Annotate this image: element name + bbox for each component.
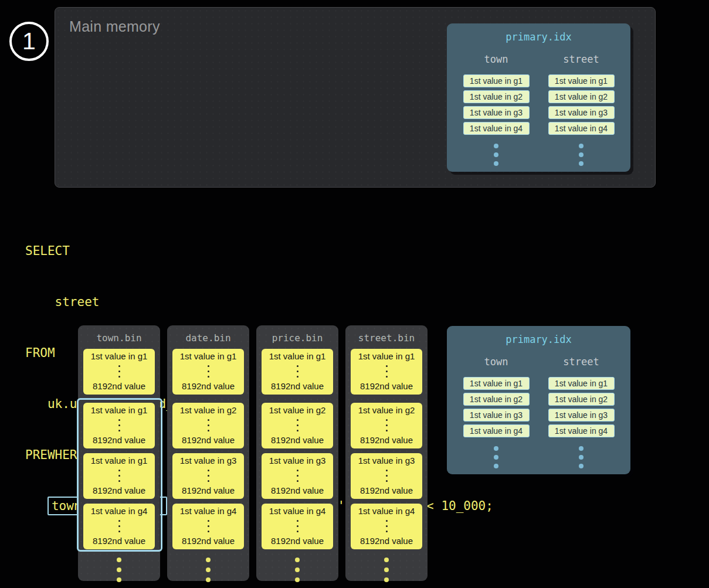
granule-first-value: 1st value in g2	[269, 405, 326, 415]
granule-first-value: 1st value in g1	[358, 351, 415, 361]
primary-idx-title: primary.idx	[447, 31, 630, 43]
granule-last-value: 8192nd value	[271, 485, 324, 495]
step-1-badge: 1	[9, 22, 49, 61]
granule-first-value: 1st value in g1	[269, 351, 326, 361]
sql-line: SELECT	[25, 243, 493, 260]
granule-block: 1st value in g4 8192nd value	[262, 504, 333, 549]
ellipsis-dots-icon	[208, 365, 209, 378]
step-1-number: 1	[22, 28, 36, 55]
ellipsis-dots-icon	[579, 446, 584, 468]
ellipsis-dots-icon	[118, 470, 120, 482]
granule-last-value: 8192nd value	[182, 435, 235, 445]
granule-block: 1st value in g1 8192nd value	[172, 349, 244, 395]
idx-cell: 1st value in g1	[548, 74, 615, 87]
sql-line: street	[25, 294, 493, 311]
ellipsis-dots-icon	[208, 520, 209, 532]
ellipsis-dots-icon	[208, 470, 209, 482]
granule-block: 1st value in g1 8192nd value	[262, 349, 333, 395]
granule-stack: 1st value in g1 8192nd value 1st value i…	[167, 349, 249, 582]
idx-cell: 1st value in g3	[463, 409, 530, 422]
ellipsis-dots-icon	[297, 365, 298, 378]
primary-idx-columns: town 1st value in g1 1st value in g2 1st…	[447, 356, 630, 468]
ellipsis-dots-icon	[295, 558, 300, 582]
ellipsis-dots-icon	[118, 419, 120, 431]
ellipsis-dots-icon	[297, 419, 298, 431]
idx-cell: 1st value in g1	[463, 74, 530, 87]
granule-first-value: 1st value in g1	[91, 456, 148, 465]
bin-title-street: street.bin	[345, 332, 428, 344]
granule-first-value: 1st value in g4	[180, 506, 237, 516]
bin-card-town: town.bin 1st value in g1 8192nd value 1s…	[78, 325, 160, 581]
granule-block: 1st value in g4 8192nd value	[351, 504, 422, 549]
granule-block: 1st value in g4 8192nd value	[172, 504, 244, 549]
idx-cell: 1st value in g4	[463, 424, 530, 437]
bin-title-price: price.bin	[256, 332, 338, 344]
granule-block: 1st value in g1 8192nd value	[351, 349, 422, 395]
granule-first-value: 1st value in g1	[91, 351, 148, 361]
granule-last-value: 8192nd value	[360, 485, 413, 495]
granule-block: 1st value in g2 8192nd value	[262, 403, 333, 448]
idx-cell: 1st value in g4	[548, 122, 615, 135]
main-memory-label: Main memory	[69, 18, 160, 35]
bin-title-town: town.bin	[78, 332, 160, 344]
idx-cell: 1st value in g2	[463, 393, 530, 406]
idx-cell: 1st value in g3	[463, 106, 530, 119]
ellipsis-dots-icon	[386, 520, 388, 532]
granule-last-value: 8192nd value	[93, 435, 145, 445]
ellipsis-dots-icon	[297, 520, 298, 532]
sql-indent	[25, 499, 48, 513]
ellipsis-dots-icon	[386, 419, 388, 431]
granule-last-value: 8192nd value	[271, 536, 324, 546]
ellipsis-dots-icon	[208, 419, 209, 431]
granule-first-value: 1st value in g3	[180, 456, 237, 465]
granule-last-value: 8192nd value	[271, 381, 324, 391]
idx-cell: 1st value in g4	[463, 122, 530, 135]
granule-first-value: 1st value in g4	[269, 506, 326, 516]
granule-block: 1st value in g1 8192nd value	[83, 453, 155, 499]
granule-last-value: 8192nd value	[93, 485, 145, 495]
granule-stack: 1st value in g1 8192nd value 1st value i…	[256, 349, 338, 582]
ellipsis-dots-icon	[297, 470, 298, 482]
bin-card-date: date.bin 1st value in g1 8192nd value 1s…	[167, 325, 249, 581]
idx-column-street: street 1st value in g1 1st value in g2 1…	[547, 53, 616, 166]
idx-cell: 1st value in g2	[548, 90, 615, 103]
granule-last-value: 8192nd value	[360, 536, 413, 546]
idx-column-town: town 1st value in g1 1st value in g2 1st…	[462, 53, 531, 166]
idx-column-town-header: town	[484, 356, 508, 368]
granule-last-value: 8192nd value	[182, 485, 235, 495]
granule-last-value: 8192nd value	[360, 381, 413, 391]
bin-title-date: date.bin	[167, 332, 249, 344]
granule-last-value: 8192nd value	[93, 536, 145, 546]
granule-last-value: 8192nd value	[182, 536, 235, 546]
granule-block: 1st value in g3 8192nd value	[351, 453, 422, 499]
granule-last-value: 8192nd value	[93, 381, 145, 391]
granule-first-value: 1st value in g4	[358, 506, 415, 516]
ellipsis-dots-icon	[206, 558, 211, 582]
granule-first-value: 1st value in g1	[91, 405, 148, 415]
idx-cell: 1st value in g2	[463, 90, 530, 103]
idx-column-street: street 1st value in g1 1st value in g2 1…	[547, 356, 616, 468]
primary-idx-title: primary.idx	[447, 334, 630, 345]
granule-first-value: 1st value in g3	[269, 456, 326, 465]
idx-column-street-header: street	[563, 356, 599, 368]
idx-cell: 1st value in g3	[548, 106, 615, 119]
primary-idx-panel-bottom: primary.idx town 1st value in g1 1st val…	[447, 326, 630, 474]
granule-first-value: 1st value in g2	[180, 405, 237, 415]
ellipsis-dots-icon	[386, 470, 388, 482]
idx-cell: 1st value in g4	[548, 424, 615, 437]
bin-card-price: price.bin 1st value in g1 8192nd value 1…	[256, 325, 338, 581]
granule-block: 1st value in g2 8192nd value	[172, 403, 244, 448]
ellipsis-dots-icon	[579, 144, 584, 166]
ellipsis-dots-icon	[386, 365, 388, 378]
ellipsis-dots-icon	[118, 520, 120, 532]
granule-block: 1st value in g3 8192nd value	[262, 453, 333, 499]
granule-block: 1st value in g3 8192nd value	[172, 453, 244, 499]
idx-column-town: town 1st value in g1 1st value in g2 1st…	[462, 356, 531, 468]
ellipsis-dots-icon	[384, 558, 389, 582]
ellipsis-dots-icon	[118, 365, 120, 378]
idx-cell: 1st value in g3	[548, 409, 615, 422]
idx-cell: 1st value in g1	[548, 377, 615, 390]
granule-block: 1st value in g2 8192nd value	[351, 403, 422, 448]
diagram-canvas: 1 Main memory primary.idx town 1st value…	[0, 0, 709, 588]
primary-idx-panel-top: primary.idx town 1st value in g1 1st val…	[447, 23, 630, 172]
